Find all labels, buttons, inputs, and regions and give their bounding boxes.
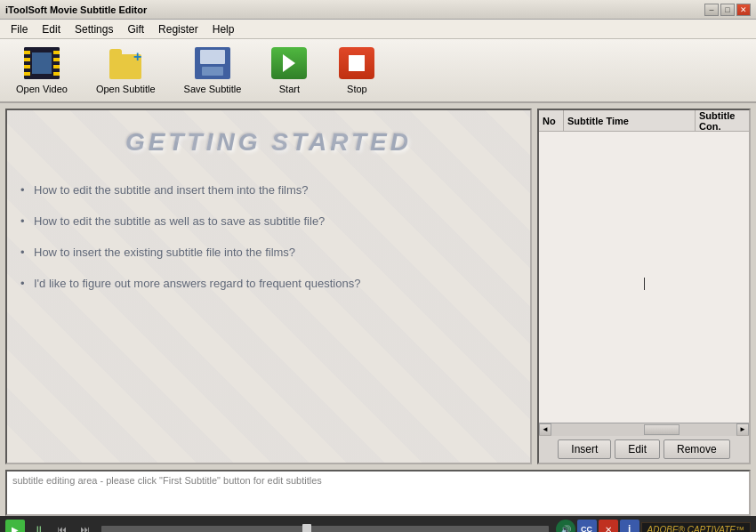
remove-button[interactable]: Remove [664,439,730,459]
subtitle-panel: No Subtitle Time Subtitle Con. ◄ ► Inser… [537,109,751,464]
title-bar: iToolSoft Movie Subtitle Editor – □ ✕ [0,0,756,20]
toolbar: Open Video + Open Subtitle Save Subtitle… [0,39,756,103]
subtitle-table-body [539,132,749,423]
pause-button[interactable]: ⏸ [28,520,48,532]
col-content: Subtitle Con. [696,110,749,131]
menu-help[interactable]: Help [205,21,242,37]
open-video-button[interactable]: Open Video [9,43,75,98]
film-icon-graphic [24,47,60,79]
open-video-label: Open Video [16,84,68,94]
menu-register[interactable]: Register [151,21,205,37]
stop-player-button[interactable]: ✕ [599,520,618,532]
progress-track[interactable] [101,526,549,532]
window-title: iToolSoft Movie Subtitle Editor [5,4,147,15]
scroll-right-button[interactable]: ► [736,423,749,436]
main-area: GETTING STARTED How to edit the subtitle… [0,103,756,470]
captivate-badge: ADOBE® CAPTIVATE™ [641,522,751,533]
getting-started-title: GETTING STARTED [125,128,412,157]
stop-button[interactable]: Stop [330,43,383,98]
col-time: Subtitle Time [564,110,696,131]
list-item: How to edit the subtitle and insert them… [25,183,512,197]
info-button[interactable]: i [620,520,639,532]
progress-thumb[interactable] [302,524,311,532]
subtitle-table-header: No Subtitle Time Subtitle Con. [539,110,749,132]
open-subtitle-icon: + [108,46,143,80]
menu-bar: File Edit Settings Gift Register Help [0,20,756,39]
open-subtitle-label: Open Subtitle [96,84,156,94]
horizontal-scrollbar: ◄ ► [539,423,749,435]
scroll-track[interactable] [551,423,736,436]
edit-area[interactable]: subtitle editing area - please click "Fi… [5,470,751,516]
scroll-left-button[interactable]: ◄ [539,423,551,436]
menu-gift[interactable]: Gift [120,21,151,37]
rewind-button[interactable]: ⏮ [52,520,71,532]
title-bar-buttons: – □ ✕ [704,4,751,16]
minimize-button[interactable]: – [704,4,719,16]
save-subtitle-label: Save Subtitle [184,84,242,94]
player-bar: ▶ ⏸ ⏮ ⏭ 🔊 CC ✕ i ADOBE® CAPTIVATE™ [0,516,756,532]
insert-button[interactable]: Insert [558,439,611,459]
play-arrow [283,54,295,72]
text-cursor [644,278,645,290]
close-button[interactable]: ✕ [736,4,751,16]
menu-edit[interactable]: Edit [35,21,68,37]
save-subtitle-button[interactable]: Save Subtitle [177,43,249,98]
start-label: Start [279,84,300,94]
plus-icon: + [133,49,141,65]
cc-button[interactable]: CC [577,520,597,532]
save-icon [195,46,230,80]
preview-panel: GETTING STARTED How to edit the subtitle… [5,109,532,464]
scroll-thumb[interactable] [644,424,680,435]
open-subtitle-button[interactable]: + Open Subtitle [89,43,163,98]
subtitle-action-buttons: Insert Edit Remove [539,435,749,463]
stop-icon [339,46,374,80]
start-button[interactable]: Start [262,43,316,98]
open-subtitle-graphic: + [108,47,143,79]
list-item: I'd like to figure out more answers rega… [25,277,512,290]
restore-button[interactable]: □ [720,4,735,16]
start-icon-graphic [271,47,307,79]
guide-list: How to edit the subtitle and insert them… [25,183,512,308]
play-button[interactable]: ▶ [5,520,25,532]
stop-square [349,55,365,71]
menu-settings[interactable]: Settings [68,21,120,37]
stop-label: Stop [347,84,367,94]
list-item: How to edit the subtitle as well as to s… [25,214,512,228]
list-item: How to insert the existing subtitle file… [25,246,512,259]
start-icon [271,46,307,80]
volume-icon[interactable]: 🔊 [556,520,575,532]
col-no: No [539,110,564,131]
stop-icon-graphic [339,47,374,79]
save-icon-graphic [195,47,230,79]
film-icon [24,46,60,80]
edit-button[interactable]: Edit [615,439,660,459]
menu-file[interactable]: File [4,21,35,37]
film-icon-inner [32,52,52,74]
player-right-controls: 🔊 CC ✕ i ADOBE® CAPTIVATE™ [556,520,751,532]
edit-area-placeholder: subtitle editing area - please click "Fi… [12,475,322,486]
fast-forward-button[interactable]: ⏭ [75,520,94,532]
